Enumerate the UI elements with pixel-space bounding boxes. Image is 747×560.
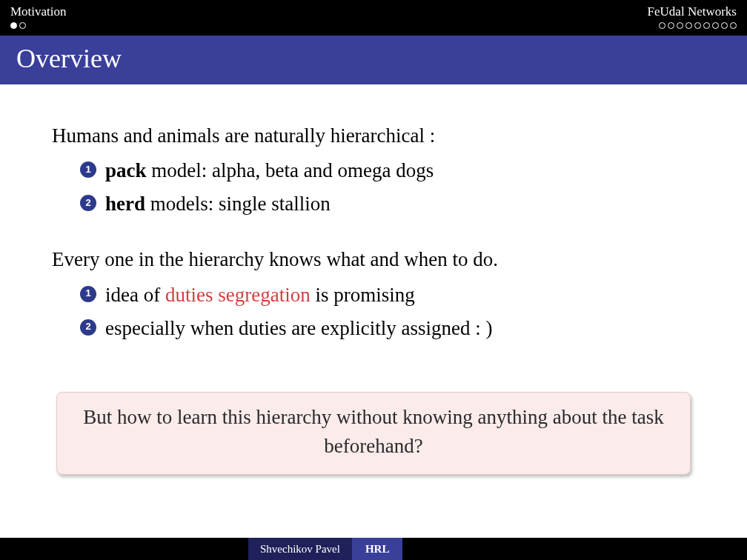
- enum-number-icon: 1: [80, 161, 96, 178]
- list-item: 2especially when duties are explicitly a…: [80, 314, 695, 343]
- enum-number-icon: 2: [80, 319, 96, 336]
- enumerated-list-1: 1pack model: alpha, beta and omega dogs2…: [52, 156, 695, 223]
- list-item-text: is promising: [311, 284, 415, 306]
- progress-dot[interactable]: [19, 22, 26, 29]
- paragraph-2: Every one in the hierarchy knows what an…: [52, 245, 695, 274]
- list-item-text: idea of: [105, 284, 165, 306]
- footer-short-title: HRL: [352, 538, 403, 560]
- list-item-text: especially when duties are explicitly as…: [105, 317, 493, 339]
- enum-number-icon: 1: [80, 286, 96, 302]
- slide-title-bar: Overview: [0, 36, 747, 84]
- top-navigation: Motivation FeUdal Networks: [0, 0, 747, 36]
- highlight-question-box: But how to learn this hierarchy without …: [56, 392, 691, 475]
- progress-dot[interactable]: [677, 22, 683, 29]
- enum-number-icon: 2: [80, 195, 96, 211]
- paragraph-1: Humans and animals are naturally hierarc…: [52, 121, 695, 150]
- list-item-bold: pack: [105, 159, 147, 181]
- section-left-progress-dots: [10, 22, 67, 29]
- slide-body: Humans and animals are naturally hierarc…: [0, 84, 747, 538]
- list-item-text: models: single stallion: [145, 193, 331, 215]
- enumerated-list-2: 1idea of duties segregation is promising…: [52, 281, 695, 347]
- progress-dot[interactable]: [10, 22, 17, 29]
- list-item-bold: herd: [105, 193, 145, 215]
- section-right-label[interactable]: FeUdal Networks: [648, 4, 737, 19]
- progress-dot[interactable]: [703, 22, 710, 29]
- progress-dot[interactable]: [721, 22, 728, 29]
- list-item: 1idea of duties segregation is promising: [80, 281, 695, 310]
- section-right-progress-dots: [648, 22, 737, 29]
- footer-bar: Shvechikov Pavel HRL: [0, 538, 747, 560]
- progress-dot[interactable]: [712, 22, 719, 29]
- progress-dot[interactable]: [659, 22, 665, 29]
- progress-dot[interactable]: [668, 22, 674, 29]
- progress-dot[interactable]: [685, 22, 692, 29]
- list-item: 1pack model: alpha, beta and omega dogs: [80, 156, 695, 185]
- list-item: 2herd models: single stallion: [80, 190, 695, 219]
- progress-dot[interactable]: [694, 22, 701, 29]
- list-item-text: model: alpha, beta and omega dogs: [147, 159, 434, 181]
- progress-dot[interactable]: [730, 22, 737, 29]
- list-item-highlight: duties segregation: [165, 284, 311, 306]
- section-left-label[interactable]: Motivation: [10, 4, 67, 19]
- footer-author: Shvechikov Pavel: [248, 538, 352, 560]
- slide-title: Overview: [16, 43, 731, 74]
